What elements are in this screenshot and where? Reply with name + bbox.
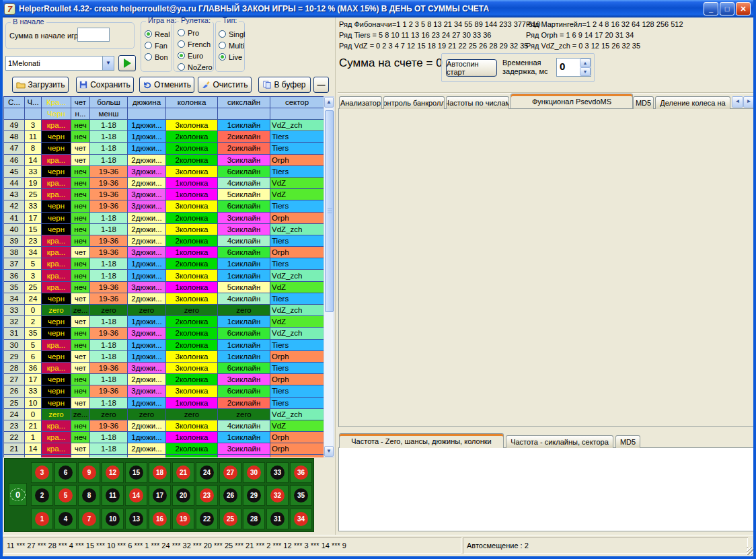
history-scroll-thumb[interactable]	[325, 110, 334, 312]
table-row[interactable]: 3525кра...неч19-363дюжи...1колонка5сикла…	[4, 282, 324, 293]
board-cell-11[interactable]: 11	[102, 485, 124, 506]
board-cell-36[interactable]: 36	[290, 462, 312, 483]
board-cell-7[interactable]: 7	[78, 509, 100, 529]
table-row[interactable]: 330zeroze...zerozerozerozeroVdZ_zch	[4, 305, 324, 316]
table-row[interactable]: 2114кра...чет1-182дюжи...2колонка3сиклай…	[4, 443, 324, 455]
table-row[interactable]: 4015черннеч1-182дюжи...3колонка3сиклайнV…	[4, 224, 324, 235]
board-cell-24[interactable]: 24	[196, 462, 218, 483]
board-cell-26[interactable]: 26	[219, 485, 241, 506]
table-row[interactable]: 478чернчет1-181дюжи...2колонка2сиклайнTi…	[4, 143, 324, 154]
preset-combobox[interactable]: 1Melonati ▼	[5, 56, 114, 71]
tabs-scroll-right-icon[interactable]: ►	[743, 96, 755, 108]
copy-button[interactable]: В буфер	[258, 77, 311, 93]
tab-Функционал PsevdoMS[interactable]: Функционал PsevdoMS	[511, 94, 633, 108]
table-row[interactable]: 2014кра...чет1-182дюжи...2колонка3сиклай…	[4, 455, 324, 457]
board-cell-8[interactable]: 8	[78, 485, 100, 506]
close-button[interactable]: ✕	[736, 2, 751, 15]
freq-tab-1[interactable]: Частота - Zero, шансы, дюжины, колонки	[339, 433, 504, 448]
board-cell-18[interactable]: 18	[149, 462, 171, 483]
table-row[interactable]: 4117черннеч1-182дюжи...2колонка3сиклайнO…	[4, 213, 324, 224]
board-cell-23[interactable]: 23	[196, 485, 218, 506]
board-cell-6[interactable]: 6	[54, 462, 77, 483]
board-cell-32[interactable]: 32	[266, 485, 289, 506]
radio-option-Bon[interactable]: Bon	[145, 51, 170, 63]
radio-option-Singl[interactable]: Singl	[219, 28, 245, 40]
tab-Деление колеса на[interactable]: Деление колеса на	[655, 96, 730, 109]
radio-option-Real[interactable]: Real	[145, 28, 170, 40]
board-cell-21[interactable]: 21	[172, 462, 194, 483]
board-cell-30[interactable]: 30	[243, 462, 265, 483]
table-row[interactable]: 2836кра...чет19-363дюжи...3колонка6сикла…	[4, 363, 324, 374]
board-cell-10[interactable]: 10	[102, 509, 124, 529]
table-row[interactable]: 296чернчет1-181дюжи...3колонка1сиклайнOr…	[4, 351, 324, 363]
board-cell-2[interactable]: 2	[31, 485, 53, 506]
board-cell-25[interactable]: 25	[219, 509, 241, 529]
board-cell-35[interactable]: 35	[290, 485, 312, 506]
board-cell-4[interactable]: 4	[54, 509, 77, 529]
table-row[interactable]: 4325кра...неч19-363дюжи...1колонка5сикла…	[4, 189, 324, 200]
tab-Анализатор[interactable]: Анализатор	[339, 96, 382, 109]
table-row[interactable]: 221кра...неч1-181дюжи...1колонка1сиклайн…	[4, 432, 324, 443]
undo-button[interactable]: Отменить	[139, 77, 194, 93]
table-row[interactable]: 375кра...неч1-181дюжи...2колонка1сиклайн…	[4, 258, 324, 270]
radio-option-Euro[interactable]: Euro	[178, 50, 213, 61]
load-button[interactable]: Загрузить	[12, 77, 69, 93]
spinner-down-icon[interactable]: ▼	[580, 67, 591, 76]
board-cell-13[interactable]: 13	[125, 509, 147, 529]
board-cell-14[interactable]: 14	[125, 485, 147, 506]
board-cell-19[interactable]: 19	[172, 509, 194, 529]
table-row[interactable]: 493кра...неч1-181дюжи...3колонка1сиклайн…	[4, 120, 324, 131]
collapse-button[interactable]: —	[313, 77, 329, 93]
delay-spinner[interactable]: 0 ▲ ▼	[556, 58, 591, 77]
table-row[interactable]: 4233черннеч19-363дюжи...3колонка6сиклайн…	[4, 200, 324, 212]
table-row[interactable]: 2510чернчет1-181дюжи...1колонка2сиклайнT…	[4, 398, 324, 409]
table-row[interactable]: 305кра...неч1-181дюжи...2колонка1сиклайн…	[4, 340, 324, 351]
table-row[interactable]: 4614кра...чет1-182дюжи...2колонка3сиклай…	[4, 155, 324, 166]
table-row[interactable]: 2321кра...неч19-362дюжи...3колонка4сикла…	[4, 420, 324, 432]
title-bar[interactable]: 7 HelperRoullet 4.32- create helperroull…	[0, 0, 756, 17]
freq-tab-2[interactable]: Частота - сиклайны, сектора	[506, 435, 613, 448]
board-cell-20[interactable]: 20	[172, 485, 194, 506]
table-row[interactable]: 2633черннеч19-363дюжи...3колонка6сиклайн…	[4, 385, 324, 397]
table-row[interactable]: 363кра...неч1-181дюжи...3колонка1сиклайн…	[4, 270, 324, 281]
table-row[interactable]: 3834кра...чет19-363дюжи...1колонка6сикла…	[4, 247, 324, 258]
table-row[interactable]: 3424чернчет19-362дюжи...3колонка4сиклайн…	[4, 293, 324, 305]
table-row[interactable]: 4419кра...неч19-362дюжи...1колонка4сикла…	[4, 178, 324, 189]
radio-option-NoZero[interactable]: NoZero	[178, 61, 213, 73]
board-cell-28[interactable]: 28	[243, 509, 265, 529]
board-cell-3[interactable]: 3	[31, 462, 53, 483]
radio-option-Multi[interactable]: Multi	[219, 40, 245, 51]
board-cell-9[interactable]: 9	[78, 462, 100, 483]
tab-MD5[interactable]: MD5	[633, 96, 654, 109]
board-cell-zero[interactable]: 0	[9, 483, 27, 506]
board-cell-15[interactable]: 15	[125, 462, 147, 483]
table-row[interactable]: 240zeroze...zerozerozerozeroVdZ_zch	[4, 409, 324, 420]
table-row[interactable]: 4811черннеч1-181дюжи...2колонка2сиклайнT…	[4, 131, 324, 143]
table-row[interactable]: 2717черннеч1-182дюжи...2колонка3сиклайнO…	[4, 374, 324, 385]
board-cell-17[interactable]: 17	[149, 485, 171, 506]
board-cell-5[interactable]: 5	[54, 485, 77, 506]
board-cell-1[interactable]: 1	[31, 509, 53, 529]
start-sum-input[interactable]	[77, 28, 110, 42]
table-row[interactable]: 322чернчет1-181дюжи...2колонка1сиклайнVd…	[4, 316, 324, 328]
minimize-button[interactable]: _	[704, 2, 718, 15]
autospin-start-button[interactable]: Автоспин старт	[446, 59, 497, 77]
board-cell-27[interactable]: 27	[219, 462, 241, 483]
history-table[interactable]: С...Ч...Кра...четбольшдюжинаколонкасиксл…	[3, 96, 324, 457]
board-cell-33[interactable]: 33	[266, 462, 289, 483]
combo-dropdown-icon[interactable]: ▼	[102, 57, 114, 70]
board-cell-22[interactable]: 22	[196, 509, 218, 529]
run-preset-button[interactable]	[118, 55, 136, 71]
spinner-up-icon[interactable]: ▲	[580, 59, 591, 67]
board-cell-12[interactable]: 12	[102, 462, 124, 483]
board-cell-34[interactable]: 34	[290, 509, 312, 529]
history-scrollbar[interactable]: ▲ ▼	[324, 96, 334, 457]
table-row[interactable]: 4533черннеч19-363дюжи...3колонка6сиклайн…	[4, 166, 324, 178]
radio-option-Fan[interactable]: Fan	[145, 40, 170, 51]
tab-Контроль банкролла[interactable]: Контроль банкролла	[383, 96, 445, 109]
table-row[interactable]: 3923кра...неч19-362дюжи...2колонка4сикла…	[4, 235, 324, 247]
tabs-scroll-left-icon[interactable]: ◄	[732, 96, 743, 108]
table-row[interactable]: 3135черннеч19-363дюжи...2колонка6сиклайн…	[4, 328, 324, 339]
tab-Частоты по числам[interactable]: Частоты по числам	[446, 96, 509, 109]
resize-grip-icon[interactable]	[747, 547, 755, 555]
